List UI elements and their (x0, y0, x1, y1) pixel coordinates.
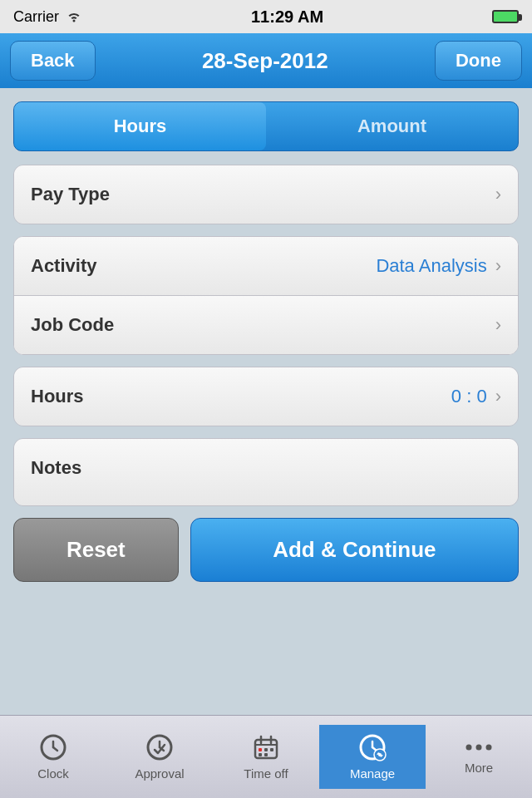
job-code-label: Job Code (31, 314, 114, 336)
tab-bar-item-clock[interactable]: Clock (0, 725, 106, 789)
activity-value-row: Data Analysis › (376, 255, 501, 277)
job-code-chevron: › (495, 314, 501, 336)
status-time: 11:29 AM (251, 7, 323, 27)
tab-bar-label-approval: Approval (135, 766, 184, 781)
pay-type-value-row: › (495, 184, 501, 205)
timeoff-icon (252, 733, 280, 761)
svg-rect-14 (259, 753, 262, 756)
tab-bar-label-manage: Manage (350, 766, 395, 781)
notes-section: Notes (13, 438, 519, 506)
tab-hours[interactable]: Hours (14, 102, 266, 150)
content-area: Hours Amount Pay Type › Activity Data An… (0, 88, 532, 582)
hours-label: Hours (31, 386, 84, 407)
job-code-row[interactable]: Job Code › (14, 295, 518, 354)
activity-chevron: › (495, 255, 501, 277)
header-title: 28-Sep-2012 (202, 48, 328, 74)
approval-icon (145, 733, 174, 761)
activity-value: Data Analysis (376, 255, 486, 277)
pay-type-row[interactable]: Pay Type › (14, 165, 518, 224)
tab-switcher: Hours Amount (13, 101, 519, 151)
tab-bar-item-timeoff[interactable]: Time off (213, 725, 319, 789)
job-code-value-row: › (495, 314, 501, 336)
activity-label: Activity (31, 255, 96, 277)
tab-bar-item-more[interactable]: More (426, 731, 532, 783)
done-button[interactable]: Done (435, 41, 522, 81)
hours-section: Hours 0 : 0 › (13, 367, 519, 426)
svg-rect-12 (264, 748, 268, 751)
svg-point-23 (486, 745, 492, 751)
notes-row[interactable]: Notes (14, 439, 518, 505)
svg-line-3 (53, 747, 57, 751)
status-carrier: Carrier (13, 8, 82, 26)
hours-value-row: 0 : 0 › (451, 386, 501, 407)
clock-icon (39, 733, 67, 761)
svg-point-0 (73, 20, 76, 22)
hours-row[interactable]: Hours 0 : 0 › (14, 367, 518, 426)
tab-bar-label-clock: Clock (37, 766, 69, 781)
svg-rect-11 (259, 748, 262, 751)
notes-label: Notes (31, 457, 81, 478)
activity-jobcode-section: Activity Data Analysis › Job Code › (13, 236, 519, 355)
tab-bar-label-more: More (465, 761, 493, 775)
tab-amount[interactable]: Amount (266, 102, 518, 150)
tab-bar: Clock Approval Time off (0, 715, 532, 798)
status-bar: Carrier 11:29 AM (0, 0, 532, 33)
battery-icon (492, 10, 519, 23)
add-continue-button[interactable]: Add & Continue (190, 518, 519, 582)
tab-bar-item-manage[interactable]: Manage (319, 725, 426, 789)
tab-bar-label-timeoff: Time off (244, 766, 288, 781)
svg-point-22 (476, 745, 482, 751)
hours-value: 0 : 0 (451, 386, 487, 407)
header: Back 28-Sep-2012 Done (0, 33, 532, 88)
manage-icon (358, 733, 387, 761)
svg-rect-13 (270, 748, 273, 751)
pay-type-label: Pay Type (31, 184, 110, 205)
activity-row[interactable]: Activity Data Analysis › (14, 237, 518, 295)
more-icon (465, 739, 493, 756)
svg-rect-15 (264, 753, 268, 756)
tab-bar-item-approval[interactable]: Approval (106, 725, 213, 789)
svg-point-21 (466, 745, 472, 751)
wifi-icon (66, 11, 82, 22)
pay-type-section: Pay Type › (13, 165, 519, 224)
hours-chevron: › (495, 386, 501, 407)
status-battery (492, 10, 519, 23)
back-button[interactable]: Back (10, 41, 96, 81)
action-buttons: Reset Add & Continue (13, 518, 519, 582)
reset-button[interactable]: Reset (13, 518, 179, 582)
svg-point-20 (378, 753, 382, 756)
pay-type-chevron: › (495, 184, 501, 205)
